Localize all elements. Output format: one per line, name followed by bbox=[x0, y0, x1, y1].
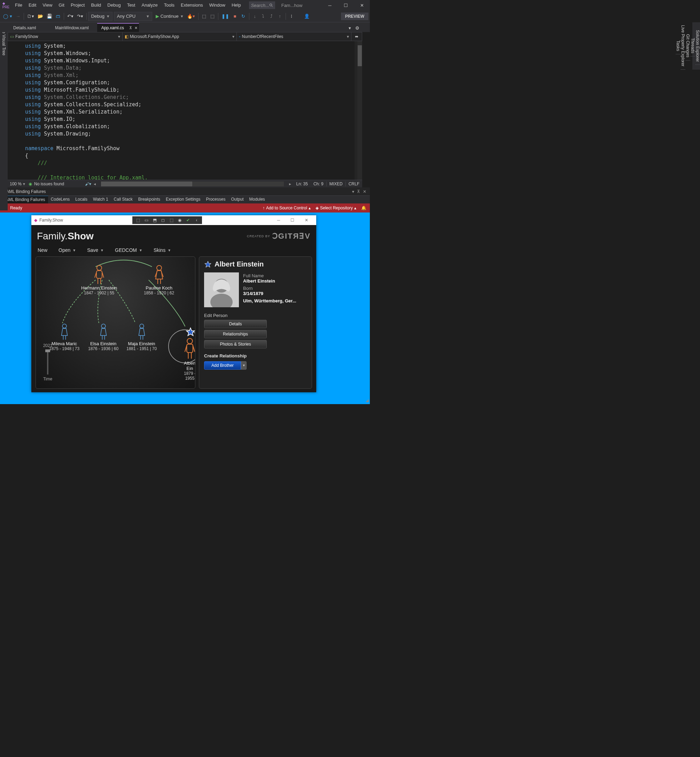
family-tree-view[interactable]: Hermann Einstein1847 - 1902 | 55 Pauline… bbox=[36, 257, 195, 389]
menu-debug[interactable]: Debug bbox=[104, 0, 123, 11]
notifications-button[interactable]: 🔔 bbox=[361, 205, 366, 210]
redo-button[interactable]: ↷▾ bbox=[76, 12, 84, 20]
class-dropdown[interactable]: ◧Microsoft.FamilyShow.App▾ bbox=[123, 33, 237, 41]
col-indicator[interactable]: Ch: 9 bbox=[311, 181, 326, 186]
menu-new[interactable]: New bbox=[38, 247, 47, 253]
dbg-icon-7[interactable]: ✔ bbox=[184, 217, 192, 224]
bottom-tab[interactable]: Exception Settings bbox=[163, 196, 203, 203]
tool-misc[interactable]: ⁞ bbox=[288, 12, 295, 20]
bottom-tab[interactable]: Breakpoints bbox=[136, 196, 163, 203]
code-editor[interactable]: using System; using System.Windows; usin… bbox=[8, 41, 362, 180]
search-box[interactable]: Search... bbox=[249, 2, 275, 9]
nav-back-button[interactable]: ◯ ▾ bbox=[2, 12, 14, 20]
bottom-tab[interactable]: Modules bbox=[246, 196, 267, 203]
app-minimize-button[interactable]: ─ bbox=[272, 215, 286, 225]
save-button[interactable]: 💾 bbox=[45, 12, 54, 20]
dbg-icon-5[interactable]: ⬚ bbox=[167, 217, 175, 224]
menu-file[interactable]: File bbox=[12, 0, 25, 11]
restart-button[interactable]: ↻ bbox=[240, 12, 247, 20]
panel-close-icon[interactable]: ✕ bbox=[363, 189, 366, 194]
mode-indicator[interactable]: MIXED bbox=[326, 181, 345, 186]
menu-project[interactable]: Project bbox=[67, 0, 88, 11]
add-brother-button[interactable]: Add Brother▼ bbox=[204, 361, 247, 370]
minimap[interactable] bbox=[355, 41, 357, 180]
menu-analyze[interactable]: Analyze bbox=[138, 0, 161, 11]
menu-help[interactable]: Help bbox=[228, 0, 244, 11]
app-maximize-button[interactable]: ☐ bbox=[286, 215, 300, 225]
cleanup-button[interactable]: 🖌▾ bbox=[85, 181, 91, 186]
tab-settings-button[interactable]: ⚙ bbox=[353, 24, 361, 32]
panel-pin-icon[interactable]: ⊼ bbox=[357, 189, 360, 194]
nav-fwd-button[interactable]: → bbox=[14, 12, 22, 20]
menu-edit[interactable]: Edit bbox=[25, 0, 39, 11]
person-photo[interactable] bbox=[204, 272, 239, 307]
person-wife2[interactable]: Elsa Einstein1876 - 1936 | 60 bbox=[88, 323, 119, 351]
hscroll-right[interactable]: ▸ bbox=[287, 181, 294, 186]
dbg-collapse[interactable]: ‹ bbox=[192, 217, 201, 224]
menu-extensions[interactable]: Extensions bbox=[178, 0, 206, 11]
undo-button[interactable]: ↶▾ bbox=[66, 12, 75, 20]
time-slider[interactable]: 2021Time bbox=[41, 343, 55, 382]
split-view-button[interactable]: ⬌ bbox=[352, 33, 362, 41]
menu-window[interactable]: Window bbox=[206, 0, 228, 11]
menu-save[interactable]: Save▼ bbox=[87, 247, 104, 253]
bottom-tab[interactable]: Locals bbox=[72, 196, 90, 203]
issues-indicator[interactable]: ◉No issues found bbox=[28, 181, 64, 186]
bottom-tab[interactable]: Output bbox=[228, 196, 246, 203]
resize-grip-icon[interactable]: ◢ bbox=[366, 398, 369, 403]
maximize-button[interactable]: ☐ bbox=[338, 0, 354, 11]
continue-button[interactable]: ▶ Continue ▾ bbox=[153, 14, 185, 19]
tab-mainwindow-xaml[interactable]: MainWindow.xaml bbox=[51, 23, 97, 32]
dbg-icon-4[interactable]: ◻ bbox=[159, 217, 167, 224]
menu-open[interactable]: Open▼ bbox=[58, 247, 76, 253]
menu-gedcom[interactable]: GEDCOM▼ bbox=[115, 247, 142, 253]
vscrollbar[interactable] bbox=[357, 41, 362, 180]
debug-tool1[interactable]: ⬚ bbox=[200, 12, 208, 20]
menu-tools[interactable]: Tools bbox=[161, 0, 178, 11]
relationships-button[interactable]: Relationships bbox=[204, 330, 267, 338]
hscroll-left[interactable]: ◂ bbox=[91, 181, 98, 186]
zoom-dropdown[interactable]: 100 %▾ bbox=[8, 181, 28, 186]
dbg-icon-1[interactable]: ⬚ bbox=[134, 217, 142, 224]
menu-skins[interactable]: Skins▼ bbox=[153, 247, 171, 253]
select-repo-button[interactable]: ◈ Select Repository ▴ bbox=[316, 205, 356, 210]
close-button[interactable]: ✕ bbox=[354, 0, 370, 11]
new-item-button[interactable]: 🗋▾ bbox=[26, 12, 36, 20]
app-close-button[interactable]: ✕ bbox=[300, 215, 313, 225]
hot-reload-button[interactable]: 🔥▾ bbox=[186, 12, 197, 20]
person-father[interactable]: Hermann Einstein1847 - 1902 | 55 bbox=[81, 264, 117, 296]
pause-button[interactable]: ❚❚ bbox=[220, 12, 231, 20]
stop-button[interactable]: ■ bbox=[231, 12, 239, 20]
project-dropdown[interactable]: ▭FamilyShow▾ bbox=[8, 33, 123, 41]
platform-combo[interactable]: Any CPU▾ bbox=[114, 12, 152, 21]
panel-dropdown-icon[interactable]: ▾ bbox=[352, 189, 354, 194]
tab-app-xaml-cs[interactable]: App.xaml.cs⊼✕ bbox=[97, 23, 139, 32]
menu-view[interactable]: View bbox=[39, 0, 55, 11]
live-visual-tree-tab[interactable]: Live Visual Tree bbox=[0, 22, 8, 210]
person-sister[interactable]: Maja Einstein1881 - 1951 | 70 bbox=[127, 323, 157, 351]
step-out-button[interactable]: ⤴ bbox=[268, 12, 275, 20]
feedback-button[interactable]: 👤 bbox=[303, 12, 311, 20]
line-indicator[interactable]: Ln: 35 bbox=[294, 181, 311, 186]
save-all-button[interactable]: 🗃 bbox=[54, 12, 62, 20]
line-ending-indicator[interactable]: CRLF bbox=[345, 181, 362, 186]
debug-tool2[interactable]: ⬚ bbox=[209, 12, 216, 20]
bottom-tab[interactable]: CodeLens bbox=[48, 196, 73, 203]
dbg-icon-3[interactable]: ⬒ bbox=[150, 217, 159, 224]
add-source-control-button[interactable]: ↑ Add to Source Control ▴ bbox=[262, 205, 311, 210]
step-over-button[interactable]: ⤵ bbox=[259, 12, 267, 20]
tab-details-xaml[interactable]: Details.xaml bbox=[9, 23, 51, 32]
close-icon[interactable]: ✕ bbox=[134, 26, 138, 30]
bottom-tab[interactable]: Processes bbox=[203, 196, 228, 203]
photos-stories-button[interactable]: Photos & Stories bbox=[204, 340, 267, 348]
person-mother[interactable]: Pauline Koch1858 - 1920 | 62 bbox=[144, 264, 174, 296]
bottom-tab[interactable]: Call Stack bbox=[111, 196, 136, 203]
step-up-button[interactable]: ↑ bbox=[276, 12, 284, 20]
add-dropdown-icon[interactable]: ▼ bbox=[241, 361, 247, 370]
details-button[interactable]: Details bbox=[204, 320, 267, 328]
step-into-button[interactable]: ↓ bbox=[251, 12, 259, 20]
open-file-button[interactable]: 📂 bbox=[36, 12, 45, 20]
config-combo[interactable]: Debug▾ bbox=[88, 12, 112, 21]
menu-test[interactable]: Test bbox=[124, 0, 139, 11]
hscrollbar[interactable] bbox=[101, 181, 284, 186]
